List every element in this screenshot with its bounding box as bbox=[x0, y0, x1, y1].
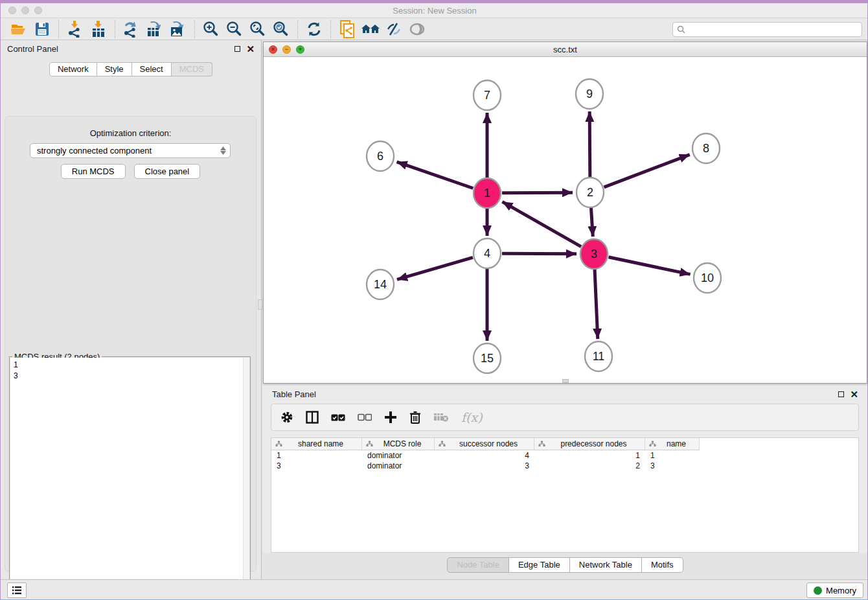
memory-status-icon bbox=[814, 586, 822, 595]
table-settings-gear-icon[interactable] bbox=[280, 411, 293, 424]
edge-3-11[interactable] bbox=[595, 269, 598, 339]
cell-successor-nodes[interactable]: 3 bbox=[435, 461, 534, 471]
tab-network[interactable]: Network bbox=[49, 62, 97, 76]
select-all-icon[interactable] bbox=[331, 413, 345, 422]
horizontal-splitter-handle[interactable] bbox=[562, 379, 569, 383]
network-view-window[interactable]: × − + scc.txt 7968124314101511 bbox=[263, 41, 867, 384]
export-network-icon[interactable] bbox=[120, 19, 143, 39]
delete-column-icon[interactable] bbox=[409, 411, 421, 424]
close-panel-icon[interactable]: ✕ bbox=[246, 46, 255, 52]
close-panel-button[interactable]: Close panel bbox=[134, 164, 201, 179]
clone-network-icon[interactable] bbox=[336, 19, 359, 39]
node-14[interactable]: 14 bbox=[367, 270, 394, 299]
tab-select[interactable]: Select bbox=[132, 62, 172, 76]
cell-shared-name[interactable]: 1 bbox=[271, 450, 362, 461]
import-network-icon[interactable] bbox=[63, 19, 87, 39]
edge-4-3[interactable] bbox=[502, 253, 577, 254]
cell-name[interactable]: 3 bbox=[645, 461, 700, 471]
zoom-in-icon[interactable] bbox=[200, 19, 223, 39]
edge-2-3[interactable] bbox=[591, 207, 593, 237]
tab-mcds[interactable]: MCDS bbox=[172, 62, 212, 76]
application-window: Session: New Session bbox=[0, 0, 868, 600]
run-mcds-button[interactable]: Run MCDS bbox=[61, 164, 126, 179]
search-field[interactable] bbox=[672, 22, 862, 37]
zoom-fit-icon[interactable] bbox=[246, 19, 269, 39]
save-session-icon[interactable] bbox=[30, 19, 54, 39]
toolbar-separator bbox=[115, 20, 115, 38]
zoom-out-icon[interactable] bbox=[223, 19, 246, 39]
network-window-titlebar[interactable]: × − + scc.txt bbox=[264, 42, 867, 57]
tab-network-table[interactable]: Network Table bbox=[570, 557, 642, 573]
column-header-successor-nodes[interactable]: successor nodes bbox=[435, 438, 534, 450]
first-neighbors-icon[interactable] bbox=[359, 19, 382, 39]
edge-3-1[interactable] bbox=[502, 202, 581, 246]
table-row[interactable]: 3dominator323 bbox=[271, 461, 858, 471]
node-1[interactable]: 1 bbox=[474, 178, 501, 208]
cell-predecessor-nodes[interactable]: 1 bbox=[534, 450, 645, 461]
cell-successor-nodes[interactable]: 4 bbox=[435, 450, 534, 461]
column-header-name[interactable]: name bbox=[645, 438, 700, 450]
open-file-icon[interactable] bbox=[7, 19, 30, 39]
cell-MCDS-role[interactable]: dominator bbox=[362, 450, 435, 461]
vertical-splitter-handle[interactable] bbox=[258, 299, 262, 310]
svg-text:1: 1 bbox=[484, 187, 490, 200]
export-image-icon[interactable] bbox=[166, 19, 190, 39]
tab-edge-table[interactable]: Edge Table bbox=[509, 557, 570, 573]
delete-table-icon[interactable] bbox=[433, 412, 449, 422]
edge-4-14[interactable] bbox=[397, 257, 473, 279]
search-input[interactable] bbox=[689, 25, 858, 34]
network-canvas[interactable]: 7968124314101511 bbox=[264, 57, 867, 383]
column-header-MCDS-role[interactable]: MCDS role bbox=[362, 438, 435, 450]
toolbar-separator bbox=[330, 20, 331, 38]
close-table-panel-icon[interactable]: ✕ bbox=[850, 391, 858, 397]
node-2[interactable]: 2 bbox=[577, 178, 604, 207]
node-11[interactable]: 11 bbox=[585, 341, 612, 371]
node-4[interactable]: 4 bbox=[474, 238, 501, 268]
show-columns-icon[interactable] bbox=[306, 411, 319, 424]
tab-motifs[interactable]: Motifs bbox=[642, 557, 683, 573]
float-table-panel-icon[interactable] bbox=[838, 391, 844, 397]
cell-MCDS-role[interactable]: dominator bbox=[362, 461, 435, 471]
cell-name[interactable]: 1 bbox=[645, 450, 700, 461]
svg-text:9: 9 bbox=[586, 87, 593, 100]
memory-button[interactable]: Memory bbox=[806, 583, 863, 598]
function-builder-icon[interactable]: f(x) bbox=[461, 410, 483, 424]
tab-node-table[interactable]: Node Table bbox=[447, 557, 509, 573]
main-titlebar[interactable]: Session: New Session bbox=[1, 3, 868, 18]
node-3[interactable]: 3 bbox=[580, 239, 608, 269]
column-header-predecessor-nodes[interactable]: predecessor nodes bbox=[534, 438, 645, 450]
refresh-icon[interactable] bbox=[303, 19, 326, 39]
node-9[interactable]: 9 bbox=[576, 79, 603, 109]
cell-shared-name[interactable]: 3 bbox=[271, 461, 362, 471]
edge-3-10[interactable] bbox=[609, 257, 691, 275]
zoom-selected-icon[interactable] bbox=[269, 19, 293, 39]
edge-2-9[interactable] bbox=[589, 111, 590, 178]
hide-selected-icon[interactable] bbox=[382, 19, 405, 39]
export-table-icon[interactable] bbox=[143, 19, 166, 39]
control-panel: Control Panel ✕ NetworkStyleSelectMCDS O… bbox=[1, 40, 262, 579]
node-8[interactable]: 8 bbox=[692, 133, 720, 163]
edge-1-6[interactable] bbox=[397, 162, 474, 189]
node-6[interactable]: 6 bbox=[367, 141, 394, 171]
result-scrollbar[interactable] bbox=[243, 358, 249, 600]
task-history-button[interactable] bbox=[7, 583, 27, 598]
add-column-icon[interactable] bbox=[384, 411, 397, 424]
tab-style[interactable]: Style bbox=[97, 62, 132, 76]
cell-predecessor-nodes[interactable]: 2 bbox=[534, 461, 645, 471]
float-panel-icon[interactable] bbox=[234, 46, 240, 52]
edge-2-8[interactable] bbox=[604, 155, 690, 187]
table-row[interactable]: 1dominator411 bbox=[271, 450, 858, 461]
deselect-all-icon[interactable] bbox=[358, 413, 372, 421]
optimization-dropdown[interactable]: strongly connected component bbox=[30, 143, 231, 158]
node-10[interactable]: 10 bbox=[694, 263, 721, 293]
network-graph[interactable]: 7968124314101511 bbox=[264, 57, 867, 383]
node-table[interactable]: shared nameMCDS rolesuccessor nodesprede… bbox=[271, 437, 859, 553]
edge-1-2[interactable] bbox=[502, 192, 573, 193]
import-table-icon[interactable] bbox=[87, 19, 110, 39]
node-15[interactable]: 15 bbox=[474, 343, 501, 373]
toolbar-separator bbox=[194, 20, 195, 38]
node-7[interactable]: 7 bbox=[474, 80, 501, 110]
show-all-icon[interactable] bbox=[405, 19, 429, 39]
column-header-shared-name[interactable]: shared name bbox=[271, 438, 362, 450]
mcds-result-text[interactable]: 1 3 bbox=[10, 358, 249, 600]
